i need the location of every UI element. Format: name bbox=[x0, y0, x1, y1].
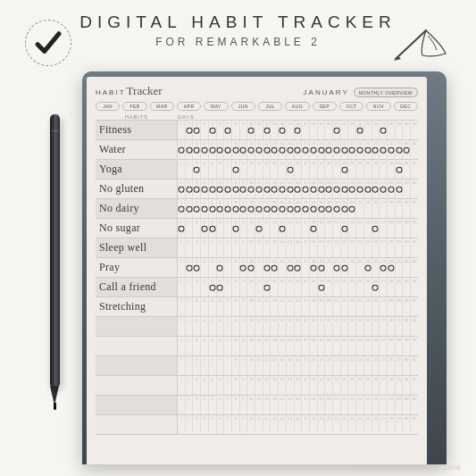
day-cell[interactable]: 27 bbox=[380, 317, 388, 336]
day-cell[interactable]: 21 bbox=[333, 278, 341, 296]
day-cell[interactable]: 24 bbox=[356, 356, 364, 375]
day-cell[interactable]: 22 bbox=[341, 415, 349, 434]
day-cell[interactable]: 29 bbox=[396, 219, 404, 238]
day-cell[interactable]: 11 bbox=[255, 199, 263, 218]
day-cell[interactable]: 19 bbox=[318, 396, 326, 414]
month-pill-aug[interactable]: AUG bbox=[285, 102, 309, 111]
day-cell[interactable]: 13 bbox=[271, 337, 279, 355]
day-cell[interactable]: 15 bbox=[287, 278, 295, 296]
day-cell[interactable]: 12 bbox=[263, 297, 271, 316]
day-cell[interactable]: 3 bbox=[193, 199, 201, 218]
day-cell[interactable]: 20 bbox=[325, 238, 333, 257]
day-cell[interactable]: 15 bbox=[287, 219, 295, 238]
day-cell[interactable]: 11 bbox=[255, 238, 263, 257]
day-cell[interactable]: 20 bbox=[325, 297, 333, 316]
day-cell[interactable]: 3 bbox=[193, 396, 201, 414]
day-cell[interactable]: 18 bbox=[310, 376, 318, 395]
day-cell[interactable]: 31 bbox=[411, 376, 418, 395]
day-cell[interactable]: 20 bbox=[325, 258, 333, 277]
day-cell[interactable]: 30 bbox=[403, 238, 411, 257]
day-cell[interactable]: 8 bbox=[232, 376, 240, 395]
day-cell[interactable]: 25 bbox=[364, 396, 372, 414]
day-cell[interactable]: 28 bbox=[388, 160, 396, 179]
day-cell[interactable]: 1 bbox=[178, 396, 186, 414]
day-cell[interactable]: 10 bbox=[247, 396, 255, 414]
day-cell[interactable]: 14 bbox=[279, 121, 287, 139]
day-cell[interactable]: 14 bbox=[279, 376, 287, 395]
day-cell[interactable]: 4 bbox=[201, 376, 209, 395]
day-cell[interactable]: 13 bbox=[271, 238, 279, 257]
day-cell[interactable]: 8 bbox=[232, 121, 240, 139]
day-cell[interactable]: 2 bbox=[186, 258, 194, 277]
day-cell[interactable]: 31 bbox=[411, 317, 418, 336]
day-cell[interactable]: 19 bbox=[318, 238, 326, 257]
day-cell[interactable]: 9 bbox=[240, 396, 248, 414]
day-cell[interactable]: 17 bbox=[302, 356, 310, 375]
day-cell[interactable]: 21 bbox=[333, 160, 341, 179]
month-pill-apr[interactable]: APR bbox=[177, 102, 201, 111]
day-cell[interactable]: 11 bbox=[255, 376, 263, 395]
day-cell[interactable]: 2 bbox=[186, 219, 194, 238]
day-cell[interactable]: 6 bbox=[217, 337, 225, 355]
habit-name-cell[interactable]: Fitness bbox=[96, 121, 178, 139]
day-cell[interactable]: 6 bbox=[217, 199, 225, 218]
day-cell[interactable]: 25 bbox=[364, 199, 372, 218]
day-cell[interactable]: 27 bbox=[380, 356, 388, 375]
day-cell[interactable]: 8 bbox=[232, 219, 240, 238]
day-cell[interactable]: 3 bbox=[193, 337, 201, 355]
day-cell[interactable]: 27 bbox=[380, 415, 388, 434]
day-cell[interactable]: 29 bbox=[396, 317, 404, 336]
day-cell[interactable]: 5 bbox=[209, 121, 217, 139]
day-cell[interactable]: 15 bbox=[287, 160, 295, 179]
habit-name-cell[interactable]: No sugar bbox=[96, 219, 178, 238]
day-cell[interactable]: 13 bbox=[271, 415, 279, 434]
day-cell[interactable]: 9 bbox=[240, 356, 248, 375]
day-cell[interactable]: 27 bbox=[380, 238, 388, 257]
day-cell[interactable]: 5 bbox=[209, 337, 217, 355]
day-cell[interactable]: 25 bbox=[364, 297, 372, 316]
day-cell[interactable]: 6 bbox=[217, 121, 225, 139]
day-cell[interactable]: 4 bbox=[201, 415, 209, 434]
day-cell[interactable]: 19 bbox=[318, 317, 326, 336]
day-cell[interactable]: 19 bbox=[318, 199, 326, 218]
day-cell[interactable]: 2 bbox=[186, 238, 194, 257]
day-cell[interactable]: 10 bbox=[247, 337, 255, 355]
day-cell[interactable]: 13 bbox=[271, 121, 279, 139]
day-cell[interactable]: 18 bbox=[310, 258, 318, 277]
day-cell[interactable]: 16 bbox=[295, 238, 303, 257]
day-cell[interactable]: 15 bbox=[287, 415, 295, 434]
day-cell[interactable]: 17 bbox=[302, 415, 310, 434]
day-cell[interactable]: 26 bbox=[372, 219, 380, 238]
day-cell[interactable]: 21 bbox=[333, 317, 341, 336]
day-cell[interactable]: 26 bbox=[372, 199, 380, 218]
day-cell[interactable]: 21 bbox=[333, 199, 341, 218]
day-cell[interactable]: 1 bbox=[178, 297, 186, 316]
day-cell[interactable]: 27 bbox=[380, 199, 388, 218]
day-cell[interactable]: 12 bbox=[263, 396, 271, 414]
day-cell[interactable]: 15 bbox=[287, 356, 295, 375]
day-cell[interactable]: 25 bbox=[364, 376, 372, 395]
day-cell[interactable]: 15 bbox=[287, 297, 295, 316]
month-pill-nov[interactable]: NOV bbox=[366, 102, 390, 111]
day-cell[interactable]: 8 bbox=[232, 258, 240, 277]
day-cell[interactable]: 1 bbox=[178, 199, 186, 218]
day-cell[interactable]: 6 bbox=[217, 297, 225, 316]
day-cell[interactable]: 27 bbox=[380, 121, 388, 139]
day-cell[interactable]: 23 bbox=[348, 199, 356, 218]
day-cell[interactable]: 21 bbox=[333, 219, 341, 238]
day-cell[interactable]: 6 bbox=[217, 140, 225, 159]
day-cell[interactable]: 4 bbox=[201, 278, 209, 296]
day-cell[interactable]: 22 bbox=[341, 121, 349, 139]
day-cell[interactable]: 4 bbox=[201, 121, 209, 139]
day-cell[interactable]: 22 bbox=[341, 238, 349, 257]
day-cell[interactable]: 29 bbox=[396, 396, 404, 414]
day-cell[interactable]: 26 bbox=[372, 278, 380, 296]
day-cell[interactable]: 1 bbox=[178, 160, 186, 179]
day-cell[interactable]: 23 bbox=[348, 140, 356, 159]
day-cell[interactable]: 5 bbox=[209, 199, 217, 218]
day-cell[interactable]: 21 bbox=[333, 258, 341, 277]
day-cell[interactable]: 25 bbox=[364, 180, 372, 198]
day-cell[interactable]: 29 bbox=[396, 258, 404, 277]
day-cell[interactable]: 12 bbox=[263, 278, 271, 296]
day-cell[interactable]: 14 bbox=[279, 317, 287, 336]
